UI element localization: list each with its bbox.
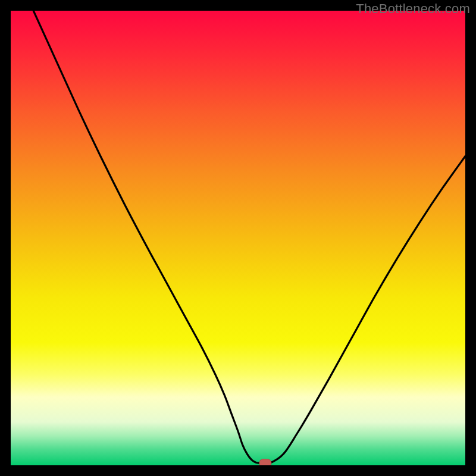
curve-layer [11,11,465,465]
chart-frame: TheBottleneck.com [0,0,476,476]
watermark-text: TheBottleneck.com [356,1,470,17]
plot-area [11,11,465,465]
optimal-marker [259,459,271,465]
bottleneck-curve [33,11,465,464]
